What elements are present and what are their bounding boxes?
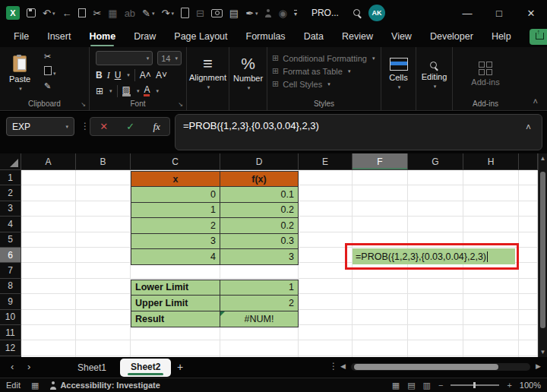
macro-record-icon[interactable]: ▦ [31, 381, 39, 390]
scroll-left-icon[interactable]: ◀ [340, 362, 346, 370]
conditional-formatting-button[interactable]: ⊞Conditional Formatting▾ [272, 53, 381, 63]
cell[interactable] [299, 248, 353, 263]
tab-help[interactable]: Help [492, 31, 511, 42]
prob-cell[interactable]: 1 [131, 203, 220, 218]
cell[interactable] [76, 201, 131, 217]
bold-button[interactable]: B [96, 70, 103, 81]
cancel-icon[interactable]: ✕ [100, 121, 108, 132]
cell[interactable] [519, 201, 538, 217]
cell[interactable] [519, 340, 538, 356]
prob-cell[interactable]: 4 [131, 249, 220, 264]
format-painter-button[interactable]: ✎ [44, 81, 56, 91]
cell[interactable] [463, 185, 519, 201]
row-header-11[interactable]: 11 [0, 325, 21, 340]
enter-icon[interactable]: ✓ [126, 121, 134, 132]
cell[interactable] [353, 201, 408, 217]
cell[interactable] [220, 263, 299, 278]
new-file-icon[interactable] [181, 8, 189, 18]
row-header-12[interactable]: 12 [0, 340, 21, 356]
cell[interactable] [408, 217, 463, 232]
copy-icon[interactable] [78, 8, 86, 17]
column-header-c[interactable]: C [131, 153, 220, 170]
cell[interactable] [21, 217, 76, 232]
cell[interactable] [353, 185, 408, 201]
active-cell-f6[interactable]: =PROB({1,2,3},{0.03,0.04},2,3) [353, 248, 515, 264]
cell[interactable] [463, 217, 519, 232]
cell[interactable] [299, 263, 353, 278]
formula-bar-grip-icon[interactable]: ⋮ [81, 121, 90, 131]
tab-file[interactable]: File [14, 31, 29, 42]
cell[interactable] [519, 185, 538, 201]
cells-area[interactable]: xf(x)00.110.220.230.343 Lower Limit1Uppe… [21, 170, 538, 357]
row-header-2[interactable]: 2 [0, 185, 21, 201]
close-button[interactable]: ✕ [515, 0, 547, 26]
tab-developer[interactable]: Developer [430, 31, 473, 42]
cell[interactable] [408, 185, 463, 201]
cell[interactable] [353, 263, 408, 278]
maximize-button[interactable]: □ [483, 0, 515, 26]
font-color-button[interactable]: A [144, 86, 150, 96]
cell[interactable] [21, 340, 76, 356]
cell[interactable] [463, 232, 519, 248]
font-name-input[interactable]: ▾ [96, 51, 153, 65]
column-header-e[interactable]: E [299, 153, 353, 170]
cell[interactable] [76, 340, 131, 356]
name-box[interactable]: EXP▾ [6, 117, 74, 136]
row-header-4[interactable]: 4 [0, 217, 21, 232]
column-header-d[interactable]: D [220, 153, 299, 170]
cell[interactable] [519, 325, 538, 340]
tab-draw[interactable]: Draw [134, 31, 156, 42]
accessibility-status[interactable]: Accessibility: Investigate [49, 381, 160, 390]
alignment-button[interactable]: ≡ Alignment ▾ [187, 47, 229, 97]
prob-cell[interactable]: 2 [131, 218, 220, 233]
cell[interactable] [463, 340, 519, 356]
prob-cell[interactable]: 0 [131, 187, 220, 202]
limits-label-cell[interactable]: Lower Limit [131, 280, 220, 296]
cell[interactable] [353, 217, 408, 232]
row-header-9[interactable]: 9 [0, 294, 21, 309]
cell[interactable] [21, 263, 76, 278]
number-button[interactable]: % Number ▾ [229, 47, 267, 97]
increase-font-button[interactable]: A˄ [140, 70, 151, 81]
cell[interactable] [299, 279, 353, 294]
cell[interactable] [21, 248, 76, 263]
cell[interactable] [21, 170, 76, 185]
cell[interactable] [21, 279, 76, 294]
zoom-level[interactable]: 100% [520, 381, 541, 390]
cell[interactable] [21, 325, 76, 340]
cell[interactable] [76, 248, 131, 263]
avatar[interactable]: AK [368, 5, 385, 21]
cell[interactable] [519, 232, 538, 248]
tab-insert[interactable]: Insert [47, 31, 71, 42]
cell[interactable] [131, 263, 220, 278]
tab-view[interactable]: View [391, 31, 412, 42]
copy-button[interactable]: ▾ [44, 66, 56, 77]
prob-cell[interactable]: 0.2 [220, 218, 298, 233]
collapse-ribbon-icon[interactable]: ˄ [533, 96, 538, 106]
cell[interactable] [76, 263, 131, 278]
tab-home[interactable]: Home [89, 31, 115, 42]
camera-icon[interactable] [211, 9, 223, 17]
insert-function-icon[interactable]: fx [153, 121, 160, 133]
draw-touch-icon[interactable]: ✎▾ [142, 8, 154, 18]
prev-sheet-icon[interactable]: ‹ [11, 361, 14, 372]
cell[interactable] [408, 263, 463, 278]
cell[interactable] [76, 217, 131, 232]
cell[interactable] [353, 325, 408, 340]
italic-button[interactable]: I [107, 70, 110, 81]
prob-cell[interactable]: 0.2 [220, 203, 298, 218]
prob-cell[interactable]: 3 [220, 249, 298, 264]
row-header-5[interactable]: 5 [0, 232, 21, 248]
cell[interactable] [463, 170, 519, 185]
excel-logo-icon[interactable]: X [6, 6, 20, 20]
cell[interactable] [76, 279, 131, 294]
cell[interactable] [463, 325, 519, 340]
cell[interactable] [408, 340, 463, 356]
normal-view-icon[interactable]: ▦ [392, 381, 400, 390]
cell[interactable] [519, 310, 538, 325]
cells-button[interactable]: Cells ▾ [381, 47, 416, 97]
cell[interactable] [408, 279, 463, 294]
fill-color-button[interactable]: ▨ [122, 86, 131, 96]
row-header-3[interactable]: 3 [0, 201, 21, 217]
cell[interactable] [519, 263, 538, 278]
